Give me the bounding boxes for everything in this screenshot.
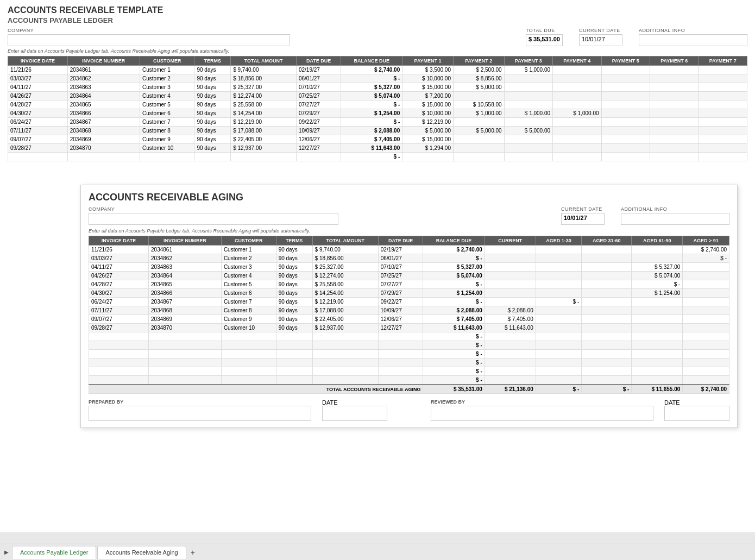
ar-balance-due-cell[interactable]: $ - xyxy=(423,358,485,367)
ar-cell[interactable]: 12/06/27 xyxy=(378,315,423,324)
ap-payment-cell[interactable] xyxy=(504,100,552,109)
ar-cell[interactable]: Customer 6 xyxy=(221,289,276,298)
ar-aging-cell[interactable] xyxy=(683,289,729,298)
ap-payment-cell[interactable] xyxy=(601,153,650,161)
ap-cell[interactable]: 2034867 xyxy=(67,118,140,127)
ar-aging-cell[interactable] xyxy=(582,280,632,289)
ar-aging-cell[interactable] xyxy=(632,254,683,263)
ap-cell[interactable]: 90 days xyxy=(194,66,231,74)
ar-cell[interactable]: 06/01/27 xyxy=(378,254,423,263)
ar-aging-cell[interactable] xyxy=(485,298,536,306)
ap-cell[interactable] xyxy=(140,153,194,161)
ar-cell[interactable] xyxy=(221,341,276,350)
ap-cell[interactable]: 09/22/27 xyxy=(296,118,341,127)
ar-cell[interactable] xyxy=(89,367,149,376)
ar-balance-due-cell[interactable]: $ - xyxy=(423,376,485,385)
ap-payment-cell[interactable] xyxy=(650,127,698,135)
ar-balance-due-cell[interactable]: $ - xyxy=(423,254,485,263)
ar-aging-cell[interactable] xyxy=(485,263,536,272)
ar-cell[interactable]: 04/28/27 xyxy=(89,280,149,289)
ap-payment-cell[interactable] xyxy=(453,92,504,100)
ar-cell[interactable] xyxy=(149,376,222,385)
ar-cell[interactable] xyxy=(149,367,222,376)
tab-accounts-payable[interactable]: Accounts Payable Ledger xyxy=(12,546,96,559)
ar-aging-cell[interactable] xyxy=(632,246,683,254)
ar-cell[interactable] xyxy=(276,341,312,350)
ap-cell[interactable]: $ 25,327.00 xyxy=(231,83,297,92)
ap-payment-cell[interactable]: $ 10,000.00 xyxy=(402,109,454,118)
ar-aging-cell[interactable] xyxy=(536,367,581,376)
ar-aging-cell[interactable]: $ - xyxy=(683,254,729,263)
ar-cell[interactable]: 07/11/27 xyxy=(89,306,149,315)
ap-cell[interactable]: 2034863 xyxy=(67,83,140,92)
ap-balance-due-cell[interactable]: $ 5,074.00 xyxy=(341,92,402,100)
ap-cell[interactable]: 12/27/27 xyxy=(296,144,341,153)
ap-payment-cell[interactable]: $ 8,856.00 xyxy=(453,74,504,83)
ar-balance-due-cell[interactable]: $ - xyxy=(423,367,485,376)
ap-balance-due-cell[interactable]: $ - xyxy=(341,153,402,161)
ar-cell[interactable] xyxy=(312,358,378,367)
ar-aging-cell[interactable] xyxy=(683,376,729,385)
ap-payment-cell[interactable]: $ 1,000.00 xyxy=(504,109,552,118)
ar-aging-cell[interactable] xyxy=(582,272,632,280)
ar-cell[interactable] xyxy=(312,350,378,358)
reviewed-by-field[interactable] xyxy=(431,406,653,421)
ap-cell[interactable]: 07/25/27 xyxy=(296,92,341,100)
ar-cell[interactable]: 2034869 xyxy=(149,315,222,324)
ap-cell[interactable]: 2034869 xyxy=(67,135,140,144)
ar-aging-cell[interactable] xyxy=(485,350,536,358)
ap-cell[interactable] xyxy=(194,153,231,161)
ap-cell[interactable]: $ 25,558.00 xyxy=(231,100,297,109)
ar-cell[interactable] xyxy=(378,341,423,350)
ar-aging-cell[interactable] xyxy=(683,350,729,358)
ar-balance-due-cell[interactable]: $ - xyxy=(423,332,485,341)
ap-payment-cell[interactable] xyxy=(699,118,747,127)
ap-payment-cell[interactable] xyxy=(553,66,601,74)
ap-payment-cell[interactable] xyxy=(699,144,747,153)
ar-aging-cell[interactable]: $ - xyxy=(632,280,683,289)
ap-cell[interactable]: Customer 5 xyxy=(140,100,194,109)
ar-aging-cell[interactable] xyxy=(485,280,536,289)
ap-cell[interactable]: 90 days xyxy=(194,92,231,100)
ap-payment-cell[interactable]: $ 5,000.00 xyxy=(504,127,552,135)
ar-aging-cell[interactable] xyxy=(632,350,683,358)
ap-payment-cell[interactable] xyxy=(601,144,650,153)
ap-payment-cell[interactable] xyxy=(553,153,601,161)
ap-cell[interactable]: $ 9,740.00 xyxy=(231,66,297,74)
ar-cell[interactable]: 10/09/27 xyxy=(378,306,423,315)
ar-cell[interactable]: $ 18,856.00 xyxy=(312,254,378,263)
ap-balance-due-cell[interactable]: $ 1,254.00 xyxy=(341,109,402,118)
ar-cell[interactable] xyxy=(312,332,378,341)
ar-cell[interactable]: $ 22,405.00 xyxy=(312,315,378,324)
reviewed-date-field[interactable] xyxy=(664,406,729,421)
ap-payment-cell[interactable]: $ 5,000.00 xyxy=(402,127,454,135)
ar-aging-cell[interactable] xyxy=(485,272,536,280)
ar-aging-cell[interactable] xyxy=(582,376,632,385)
ar-cell[interactable]: 90 days xyxy=(276,254,312,263)
ar-cell[interactable]: 11/21/26 xyxy=(89,246,149,254)
ap-payment-cell[interactable] xyxy=(453,153,504,161)
ar-cell[interactable]: 90 days xyxy=(276,246,312,254)
ar-aging-cell[interactable] xyxy=(683,358,729,367)
ap-cell[interactable]: 02/19/27 xyxy=(296,66,341,74)
ar-cell[interactable]: $ 12,937.00 xyxy=(312,324,378,332)
ar-cell[interactable]: 09/28/27 xyxy=(89,324,149,332)
ap-payment-cell[interactable]: $ 10,000.00 xyxy=(402,74,454,83)
ar-cell[interactable]: 90 days xyxy=(276,289,312,298)
ap-cell[interactable]: 90 days xyxy=(194,100,231,109)
ar-cell[interactable] xyxy=(221,350,276,358)
ap-payment-cell[interactable]: $ 5,000.00 xyxy=(453,83,504,92)
ar-aging-cell[interactable] xyxy=(582,358,632,367)
ar-cell[interactable]: Customer 2 xyxy=(221,254,276,263)
ap-payment-cell[interactable] xyxy=(699,135,747,144)
ar-aging-cell[interactable] xyxy=(582,315,632,324)
ar-cell[interactable]: 2034868 xyxy=(149,306,222,315)
ap-cell[interactable]: 04/28/27 xyxy=(8,100,68,109)
ap-cell[interactable]: $ 12,219.00 xyxy=(231,118,297,127)
ar-aging-cell[interactable] xyxy=(582,332,632,341)
ap-cell[interactable]: 09/07/27 xyxy=(8,135,68,144)
ar-cell[interactable]: Customer 3 xyxy=(221,263,276,272)
ar-cell[interactable]: 03/03/27 xyxy=(89,254,149,263)
ap-balance-due-cell[interactable]: $ 2,740.00 xyxy=(341,66,402,74)
ap-cell[interactable]: Customer 4 xyxy=(140,92,194,100)
